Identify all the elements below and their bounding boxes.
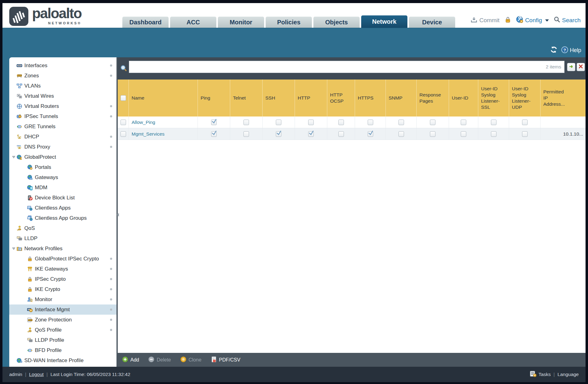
column-header-http-ocsp[interactable]: HTTP OCSP	[327, 80, 355, 116]
sidebar-item-virtual-routers[interactable]: Virtual Routers	[9, 101, 116, 111]
select-all-checkbox[interactable]	[120, 95, 126, 101]
add-button[interactable]: Add	[122, 356, 139, 364]
checkbox-user-id-syslog-listener-ssl-unchecked[interactable]	[491, 131, 496, 137]
sidebar-item-globalprotect[interactable]: GlobalProtect	[9, 152, 116, 162]
sidebar-item-interfaces[interactable]: Interfaces	[9, 60, 116, 71]
checkbox-snmp-unchecked[interactable]	[398, 120, 404, 125]
language-button[interactable]: Language	[557, 372, 579, 377]
sidebar-item-sd-wan-interface-profile[interactable]: SD-WAN Interface Profile	[9, 355, 116, 366]
sidebar-item-dns-proxy[interactable]: DNSDNS Proxy	[9, 142, 116, 152]
checkbox-user-id-syslog-listener-udp-unchecked[interactable]	[522, 120, 528, 125]
column-header-label: Ping	[201, 95, 210, 101]
column-header-https[interactable]: HTTPS	[355, 80, 386, 116]
sidebar-item-portals[interactable]: Portals	[9, 162, 116, 172]
checkbox-user-id-syslog-listener-ssl-unchecked[interactable]	[491, 120, 496, 125]
pdf-csv-button[interactable]: APDF/CSV	[211, 356, 240, 364]
expander-triangle-icon[interactable]	[10, 155, 17, 159]
sidebar-item-clientless-app-groups[interactable]: Clientless App Groups	[9, 213, 116, 223]
sidebar-item-ike-gateways[interactable]: IKE Gateways	[9, 264, 116, 274]
profile-link[interactable]: Allow_Ping	[132, 120, 155, 125]
checkbox-response-pages-unchecked[interactable]	[430, 120, 435, 125]
column-header-ping[interactable]: Ping	[198, 80, 230, 116]
checkbox-ssh-unchecked[interactable]	[276, 120, 281, 125]
checkbox-http-ocsp-unchecked[interactable]	[338, 131, 344, 137]
row-select-cell	[118, 116, 129, 128]
checkbox-https-unchecked[interactable]	[368, 120, 373, 125]
column-header-ssh[interactable]: SSH	[263, 80, 295, 116]
help-button[interactable]: ? Help	[561, 46, 581, 55]
sidebar-item-qos-profile[interactable]: QoSQoS Profile	[9, 325, 116, 335]
sidebar-item-interface-mgmt[interactable]: Interface Mgmt	[9, 304, 116, 315]
sidebar-item-ipsec-crypto[interactable]: IPSec Crypto	[9, 274, 116, 284]
clear-filter-button[interactable]	[577, 63, 585, 71]
checkbox-user-id-syslog-listener-udp-unchecked[interactable]	[522, 131, 528, 137]
sidebar-item-network-profiles[interactable]: Network Profiles	[9, 243, 116, 254]
sidebar-item-virtual-wires[interactable]: Virtual Wires	[9, 91, 116, 101]
commit-button[interactable]: Commit	[471, 16, 499, 25]
checkbox-ping-checked[interactable]	[211, 120, 217, 125]
row-select-checkbox[interactable]	[120, 131, 126, 137]
checkbox-telnet-unchecked[interactable]	[243, 131, 249, 137]
checkbox-telnet-unchecked[interactable]	[243, 120, 249, 125]
sidebar-item-lldp[interactable]: LLDP	[9, 233, 116, 243]
filter-input-wrap: 2 items	[129, 61, 565, 73]
sidebar-item-ike-crypto[interactable]: IKE Crypto	[9, 284, 116, 294]
sidebar-item-zone-protection[interactable]: Zone Protection	[9, 315, 116, 325]
tab-objects[interactable]: Objects	[313, 17, 360, 28]
column-header-telnet[interactable]: Telnet	[230, 80, 263, 116]
filter-input[interactable]	[129, 64, 546, 70]
config-lock-icon[interactable]	[504, 16, 511, 25]
checkbox-ping-checked[interactable]	[211, 131, 217, 137]
column-header-user-id[interactable]: User-ID	[449, 80, 478, 116]
row-select-checkbox[interactable]	[120, 120, 126, 125]
tab-dashboard[interactable]: Dashboard	[122, 17, 169, 28]
column-header-user-id-syslog-listener-udp[interactable]: User-ID Syslog Listener-UDP	[509, 80, 541, 116]
sidebar-item-zones[interactable]: Zones	[9, 71, 116, 81]
sidebar-item-clientless-apps[interactable]: Clientless Apps	[9, 203, 116, 213]
checkbox-snmp-unchecked[interactable]	[398, 131, 404, 137]
tab-policies[interactable]: Policies	[266, 17, 312, 28]
sidebar-item-globalprotect-ipsec-crypto[interactable]: GlobalProtect IPSec Crypto	[9, 254, 116, 264]
sidebar-item-gre-tunnels[interactable]: GRE Tunnels	[9, 121, 116, 132]
checkbox-https-checked[interactable]	[368, 131, 373, 137]
apply-filter-button[interactable]	[567, 63, 575, 71]
logout-link[interactable]: Logout	[29, 372, 43, 377]
sidebar-item-lldp-profile[interactable]: LLDP Profile	[9, 335, 116, 345]
sidebar-item-ipsec-tunnels[interactable]: IPSec Tunnels	[9, 111, 116, 121]
sidebar-item-dhcp[interactable]: IPDHCP	[9, 132, 116, 142]
tasks-button[interactable]: Tasks	[530, 370, 551, 378]
sidebar-item-bfd-profile[interactable]: BFD Profile	[9, 345, 116, 355]
sidebar-item-device-block-list[interactable]: Device Block List	[9, 193, 116, 203]
checkbox-http-unchecked[interactable]	[308, 120, 314, 125]
expander-triangle-icon[interactable]	[10, 247, 17, 251]
checkbox-http-ocsp-unchecked[interactable]	[338, 120, 344, 125]
toolbar-button-label: Add	[130, 357, 139, 363]
column-header-name[interactable]: Name	[129, 80, 198, 116]
tab-network[interactable]: Network	[361, 15, 407, 28]
checkbox-http-checked[interactable]	[308, 131, 314, 137]
checkbox-response-pages-unchecked[interactable]	[430, 131, 435, 137]
tab-acc[interactable]: ACC	[170, 17, 216, 28]
sidebar-item-vlans[interactable]: VLANs	[9, 81, 116, 91]
column-header-snmp[interactable]: SNMP	[386, 80, 417, 116]
column-header-permitted-ip[interactable]: Permitted IP Address...	[541, 80, 586, 116]
column-header-user-id-syslog-listener-ssl[interactable]: User-ID Syslog Listener-SSL	[478, 80, 509, 116]
sidebar-collapse-handle[interactable]	[117, 213, 119, 217]
config-menu-button[interactable]: Config	[516, 16, 549, 25]
sidebar-item-monitor[interactable]: Monitor	[9, 294, 116, 304]
column-header-response-pages[interactable]: Response Pages	[417, 80, 449, 116]
checkbox-ssh-checked[interactable]	[276, 131, 281, 137]
sidebar-item-qos[interactable]: QoSQoS	[9, 223, 116, 233]
global-search-button[interactable]: Search	[554, 16, 581, 24]
refresh-icon[interactable]	[550, 46, 557, 55]
snmp-cell	[386, 128, 417, 140]
sidebar-item-mdm[interactable]: MDM	[9, 182, 116, 193]
column-header-http[interactable]: HTTP	[295, 80, 327, 116]
ipsec-tunnels-icon	[17, 114, 22, 119]
profile-link[interactable]: Mgmt_Services	[132, 131, 165, 137]
checkbox-user-id-unchecked[interactable]	[461, 131, 466, 137]
tab-device[interactable]: Device	[409, 17, 455, 28]
tab-monitor[interactable]: Monitor	[218, 17, 264, 28]
sidebar-item-gateways[interactable]: Gateways	[9, 172, 116, 182]
checkbox-user-id-unchecked[interactable]	[461, 120, 466, 125]
